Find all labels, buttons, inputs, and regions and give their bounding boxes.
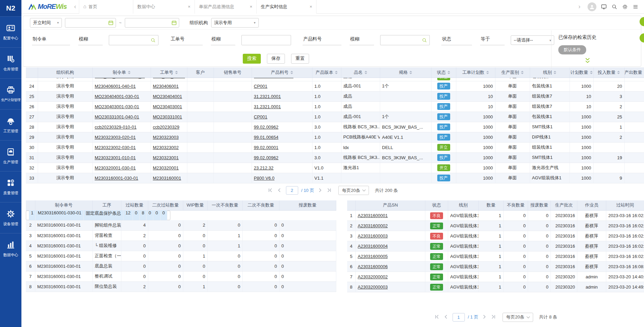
calendar-icon[interactable] (171, 20, 177, 26)
tab-数据中心[interactable]: 数据中心× (133, 0, 195, 14)
sidebar-item-equipment[interactable]: 设备管理 (0, 202, 21, 233)
order-link[interactable]: CZH_MT_230407-001_... (95, 78, 145, 79)
prev-page-icon[interactable] (277, 187, 283, 194)
order-link[interactable]: 31.2321.0001 (254, 104, 281, 109)
col-产品料号[interactable]: 产品料号 (252, 67, 312, 78)
table-row[interactable]: 25演示专用MO230404001-030-01MO23040400131.23… (26, 91, 644, 101)
sn-link[interactable]: A23031600003 (358, 233, 388, 239)
sidebar-item-quality[interactable]: 质量管理 (0, 171, 21, 202)
sort-icon[interactable] (175, 71, 178, 74)
col-制令单[interactable]: 制令单 (92, 67, 151, 78)
order-link[interactable]: M2303160001 (153, 176, 181, 181)
sort-icon[interactable] (447, 71, 450, 74)
search-button[interactable]: 搜索 (243, 54, 261, 64)
first-page-icon[interactable] (434, 314, 440, 320)
close-tab-icon[interactable]: × (188, 4, 190, 9)
sort-icon[interactable] (365, 71, 367, 74)
sn-link[interactable]: A23032000002 (358, 274, 388, 279)
table-row[interactable]: 2M2303160001-030-01脚轮组件总装402000 (26, 220, 336, 230)
sort-icon[interactable] (617, 71, 620, 74)
tab-单据产品追溯信息[interactable]: 单据产品追溯信息× (195, 0, 257, 14)
sort-icon[interactable] (486, 71, 489, 74)
table-row[interactable]: 27演示专用MO230331001-040-01MO230331001CP001… (26, 112, 644, 122)
per-page-select[interactable]: 每页20条 (338, 186, 369, 195)
order-link[interactable]: M230323002 (153, 145, 179, 150)
per-page-select[interactable]: 每页20条 (503, 313, 533, 322)
col-规格[interactable]: 规格 (380, 67, 431, 78)
calendar-icon[interactable] (108, 20, 114, 26)
date-field-select[interactable]: 开立时间▾ (30, 18, 62, 28)
sn-link[interactable]: A23031600002 (358, 223, 388, 228)
sidebar-item-data[interactable]: 数据中心 (0, 233, 21, 264)
collapse-filters-icon[interactable] (584, 58, 591, 64)
filter-input-2[interactable] (241, 35, 291, 45)
sidebar-item-id-card[interactable]: 配置中心 (0, 16, 21, 47)
table-row[interactable]: 2A23031600002正常AGV组装线体110020230316蔡棋萍202… (347, 221, 644, 231)
table-row[interactable]: 7M2303160001-030-01整机调试000000 (26, 271, 336, 281)
table-row[interactable]: 8M2303160001-030-01限位垫总装201000 (26, 281, 336, 292)
page-input[interactable]: 2 (286, 186, 298, 195)
table-row[interactable]: 30演示专用M230323002-030-01M23032300299.02.0… (26, 142, 644, 152)
table-row[interactable]: 26演示专用MO230403001-030-01MO23040300131.23… (26, 101, 644, 112)
sort-icon[interactable] (335, 71, 338, 74)
sidebar-item-warehouse[interactable]: 仓库管理 (0, 47, 21, 78)
table-row[interactable]: 4M2303160001-030-01└ 组装维修000100 (26, 241, 336, 251)
table-row[interactable]: 29演示专用M230323003-020-01M23032300399.01.0… (26, 132, 644, 142)
table-row[interactable]: 33演示专用M2303160001-030-01M2303160001P800 … (26, 173, 644, 183)
gear-icon[interactable] (622, 4, 628, 10)
date-from-input[interactable] (65, 18, 116, 28)
last-page-icon[interactable] (326, 187, 333, 194)
table-row[interactable]: 28演示专用ccb20230329-010-01ccb2023032999.02… (26, 122, 644, 132)
tabs-scroll-right-icon[interactable]: › (576, 3, 583, 10)
order-link[interactable]: M230406001-040-01 (95, 84, 136, 89)
table-row[interactable]: 1A23031600001不良AGV组装线体110020230316蔡棋萍202… (347, 211, 644, 221)
order-link[interactable]: M230323003-020-01 (95, 135, 136, 140)
table-row[interactable]: 24演示专用M230406001-040-01M230406001CP0011.… (26, 81, 644, 91)
order-link[interactable]: M230323001 (153, 155, 179, 160)
order-link[interactable]: M230323002-030-01 (95, 145, 136, 150)
order-link[interactable]: 99.02.00001 (254, 145, 278, 150)
next-page-icon[interactable] (317, 187, 323, 194)
sidebar-item-plan[interactable]: 生产计划管理 (0, 78, 21, 109)
order-link[interactable]: MO230331001 (153, 114, 182, 119)
reset-button[interactable]: 重置 (291, 54, 309, 64)
order-link[interactable]: P800 V6.0 (254, 176, 275, 181)
sort-icon[interactable] (290, 71, 293, 74)
sn-link[interactable]: A23031600001 (358, 213, 388, 218)
table-row[interactable]: 3A23031600003不良AGV组装线体110020230316蔡棋萍202… (347, 231, 644, 241)
status-select[interactable]: --请选择--▾ (511, 35, 554, 45)
order-link[interactable]: M2303160001-030-01 (95, 176, 138, 181)
table-row[interactable]: 6A23031600006正常AGV组装线体110020230316蔡棋萍202… (347, 262, 644, 272)
col-生产面别[interactable]: 生产面别 (495, 67, 530, 78)
tab-首页[interactable]: ⌂首页 (79, 0, 133, 14)
order-link[interactable]: M230406001 (153, 84, 179, 89)
sn-link[interactable]: A23031600004 (358, 244, 388, 249)
page-input[interactable]: 1 (453, 313, 465, 322)
tab-生产实时信息[interactable]: 生产实时信息× (257, 0, 317, 14)
table-row[interactable]: 4A23031600004正常AGV组装线体110020230316蔡棋萍202… (347, 241, 644, 251)
col-工单计划数[interactable]: 工单计划数 (456, 67, 495, 78)
sort-icon[interactable] (128, 71, 131, 74)
table-row[interactable]: 3M2303160001-030-01背面检查200100 (26, 230, 336, 241)
sort-icon[interactable] (590, 71, 593, 74)
order-link[interactable]: M230323001-010-01 (95, 155, 136, 160)
menu-icon[interactable] (632, 4, 639, 10)
prev-page-icon[interactable] (443, 314, 450, 320)
table-row[interactable]: 5A23031600005正常AGV组装线体110020230316蔡棋萍202… (347, 251, 644, 262)
sort-icon[interactable] (554, 71, 556, 74)
order-link[interactable]: MO230404001 (153, 94, 182, 99)
order-link[interactable]: ccb20230329 (153, 125, 180, 130)
order-link[interactable]: MO230403001-030-01 (95, 104, 139, 109)
col-状态[interactable]: 状态 (431, 67, 456, 78)
monitor-icon[interactable] (601, 4, 607, 10)
order-link[interactable]: 03.22.CJX130-55-... (254, 78, 293, 79)
close-tab-icon[interactable]: × (250, 4, 252, 9)
search-icon[interactable] (611, 4, 617, 10)
table-row[interactable]: 8A23032000003正常AGV组装线体110020230320admin2… (347, 282, 644, 292)
next-page-icon[interactable] (481, 314, 488, 320)
order-link[interactable]: 23.212.32 (254, 165, 274, 170)
table-row[interactable]: 23演示专用CZH_MT_230407-001_...CZH_MT_230407… (26, 78, 644, 81)
date-to-input[interactable] (125, 18, 179, 28)
table-row[interactable]: 31演示专用M230323001-010-01M23032300199.02.0… (26, 152, 644, 163)
order-link[interactable]: 31.2321.0001 (254, 94, 281, 99)
